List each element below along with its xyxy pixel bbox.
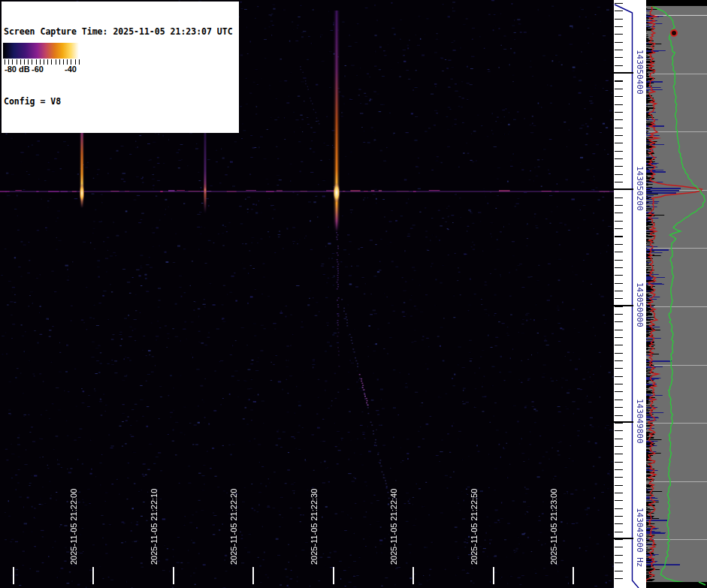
spectrum-panel	[646, 0, 707, 588]
frequency-major-tick	[612, 72, 633, 74]
frequency-major-tick	[612, 538, 633, 539]
time-axis-label: 2025-11-05 21:22:40	[389, 489, 399, 565]
frequency-axis-label: 143050000	[635, 282, 645, 327]
frequency-axis-label: 143049800	[635, 399, 645, 444]
time-axis-label: 2025-11-05 21:22:20	[229, 489, 239, 565]
time-axis-tick	[333, 567, 334, 584]
capture-config-text: Config = V8	[4, 96, 237, 108]
time-axis-tick	[573, 567, 574, 584]
frequency-axis-label: 143049600 Hz	[635, 508, 645, 567]
frequency-axis-label: 143050400	[635, 50, 645, 95]
frequency-major-tick	[612, 421, 633, 423]
time-axis-tick	[412, 567, 414, 584]
color-scale-gradient	[3, 43, 81, 59]
time-axis-label: 2025-11-05 21:23:00	[549, 489, 559, 565]
time-axis-tick	[173, 567, 174, 584]
color-scale-ruler-ticks	[5, 59, 80, 65]
time-axis-label: 2025-11-05 21:22:00	[69, 489, 79, 565]
frequency-major-tick	[612, 305, 633, 306]
color-scale-legend: -80 dB-60-40	[3, 43, 81, 76]
spectrum-capture-screen: 2025-11-05 21:21:502025-11-05 21:22:0020…	[0, 0, 707, 588]
time-axis-tick	[13, 567, 14, 584]
time-axis-label: 2025-11-05 21:22:30	[310, 489, 319, 565]
color-scale-db-label: -40	[65, 65, 77, 74]
frequency-major-tick	[612, 188, 633, 190]
color-scale-db-label: -60	[32, 65, 44, 74]
frequency-axis: 1430504001430502001430500001430498001430…	[614, 0, 646, 588]
time-axis-tick	[92, 567, 94, 584]
time-axis-label: 2025-11-05 21:22:10	[150, 489, 159, 565]
color-scale-db-label: -80 dB	[5, 65, 30, 74]
time-axis-label: 2025-11-05 21:22:50	[470, 489, 479, 565]
frequency-axis-label: 143050200	[635, 166, 645, 211]
time-axis-tick	[252, 567, 254, 584]
time-axis-tick	[493, 567, 494, 584]
capture-time-text: Screen Capture Time: 2025-11-05 21:23:07…	[4, 26, 237, 38]
